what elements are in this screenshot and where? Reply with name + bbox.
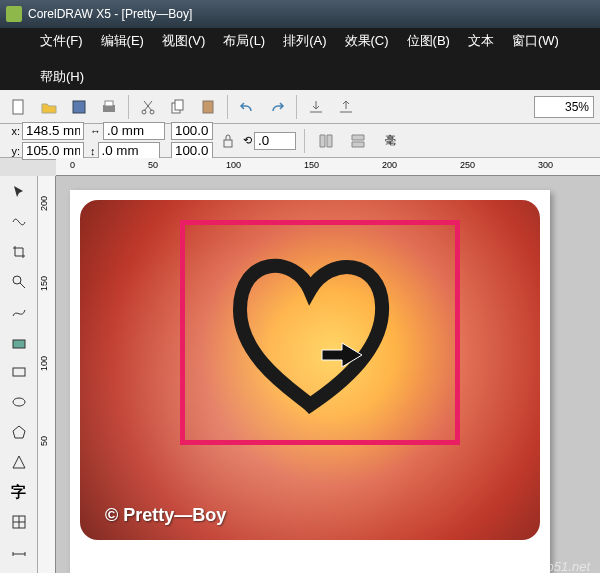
separator <box>128 95 129 119</box>
mirror-h-button[interactable] <box>313 128 339 154</box>
export-button[interactable] <box>333 94 359 120</box>
svg-rect-11 <box>13 340 25 348</box>
scale-y-input[interactable] <box>171 142 213 160</box>
cut-button[interactable] <box>135 94 161 120</box>
svg-rect-0 <box>13 100 23 114</box>
mirror-v-button[interactable] <box>345 128 371 154</box>
menu-help[interactable]: 帮助(H) <box>40 68 84 86</box>
svg-rect-12 <box>13 368 25 376</box>
menu-file[interactable]: 文件(F) <box>40 32 83 50</box>
menu-view[interactable]: 视图(V) <box>162 32 205 50</box>
ruler-vertical: 200 150 100 50 <box>38 176 56 573</box>
y-input[interactable] <box>22 142 84 160</box>
units-label: 毫 <box>385 133 396 148</box>
menu-arrange[interactable]: 排列(A) <box>283 32 326 50</box>
pick-tool[interactable] <box>4 178 34 206</box>
separator <box>304 129 305 153</box>
paste-button[interactable] <box>195 94 221 120</box>
redo-button[interactable] <box>264 94 290 120</box>
height-icon: ↕ <box>90 145 96 157</box>
menu-window[interactable]: 窗口(W) <box>512 32 559 50</box>
lock-ratio-button[interactable] <box>219 125 237 157</box>
workarea: 字 200 150 100 50 © Pretty—Boy jb51.net 脚… <box>0 176 600 573</box>
canvas[interactable]: © Pretty—Boy jb51.net 脚本之家 <box>56 176 600 573</box>
separator <box>296 95 297 119</box>
svg-point-13 <box>13 398 25 406</box>
menu-text[interactable]: 文本 <box>468 32 494 50</box>
x-label: x: <box>6 125 20 137</box>
width-input[interactable] <box>103 122 165 140</box>
toolbox: 字 <box>0 176 38 573</box>
crop-tool[interactable] <box>4 238 34 266</box>
dimension-tool[interactable] <box>4 538 34 566</box>
undo-button[interactable] <box>234 94 260 120</box>
print-button[interactable] <box>96 94 122 120</box>
ellipse-tool[interactable] <box>4 388 34 416</box>
property-bar: x: y: ↔ ↕ ⟲ 毫 <box>0 124 600 158</box>
svg-rect-3 <box>105 101 113 106</box>
image-credit: © Pretty—Boy <box>105 505 226 526</box>
menu-layout[interactable]: 布局(L) <box>223 32 265 50</box>
svg-point-10 <box>13 276 21 284</box>
zoom-tool[interactable] <box>4 268 34 296</box>
zoom-value: 35% <box>565 100 589 114</box>
svg-rect-9 <box>224 140 232 147</box>
height-input[interactable] <box>98 142 160 160</box>
rotation-icon: ⟲ <box>243 134 252 147</box>
svg-rect-8 <box>203 101 213 113</box>
width-icon: ↔ <box>90 125 101 137</box>
rotation-input[interactable] <box>254 132 296 150</box>
smart-fill-tool[interactable] <box>4 328 34 356</box>
app-icon <box>6 6 22 22</box>
menu-effect[interactable]: 效果(C) <box>345 32 389 50</box>
open-button[interactable] <box>36 94 62 120</box>
x-input[interactable] <box>22 122 84 140</box>
rectangle-tool[interactable] <box>4 358 34 386</box>
svg-rect-1 <box>73 101 85 113</box>
arrow-icon[interactable] <box>320 340 364 370</box>
ruler-horizontal: 0 50 100 150 200 250 300 <box>56 158 600 176</box>
basic-shapes-tool[interactable] <box>4 448 34 476</box>
copy-button[interactable] <box>165 94 191 120</box>
menubar: 文件(F) 编辑(E) 视图(V) 布局(L) 排列(A) 效果(C) 位图(B… <box>0 28 600 90</box>
scale-x-input[interactable] <box>171 122 213 140</box>
standard-toolbar: 35% <box>0 90 600 124</box>
zoom-input[interactable]: 35% <box>534 96 594 118</box>
y-label: y: <box>6 145 20 157</box>
separator <box>227 95 228 119</box>
freehand-tool[interactable] <box>4 298 34 326</box>
table-tool[interactable] <box>4 508 34 536</box>
menu-edit[interactable]: 编辑(E) <box>101 32 144 50</box>
save-button[interactable] <box>66 94 92 120</box>
text-tool[interactable]: 字 <box>4 478 34 506</box>
window-title: CorelDRAW X5 - [Pretty—Boy] <box>28 7 192 21</box>
connector-tool[interactable] <box>4 568 34 573</box>
svg-rect-7 <box>175 100 183 110</box>
shape-tool[interactable] <box>4 208 34 236</box>
heart-drawing[interactable] <box>210 245 410 415</box>
watermark: jb51.net <box>544 559 590 573</box>
titlebar: CorelDRAW X5 - [Pretty—Boy] <box>0 0 600 28</box>
menu-bitmap[interactable]: 位图(B) <box>407 32 450 50</box>
polygon-tool[interactable] <box>4 418 34 446</box>
import-button[interactable] <box>303 94 329 120</box>
page: © Pretty—Boy <box>70 190 550 573</box>
units-button[interactable]: 毫 <box>377 128 403 154</box>
new-button[interactable] <box>6 94 32 120</box>
